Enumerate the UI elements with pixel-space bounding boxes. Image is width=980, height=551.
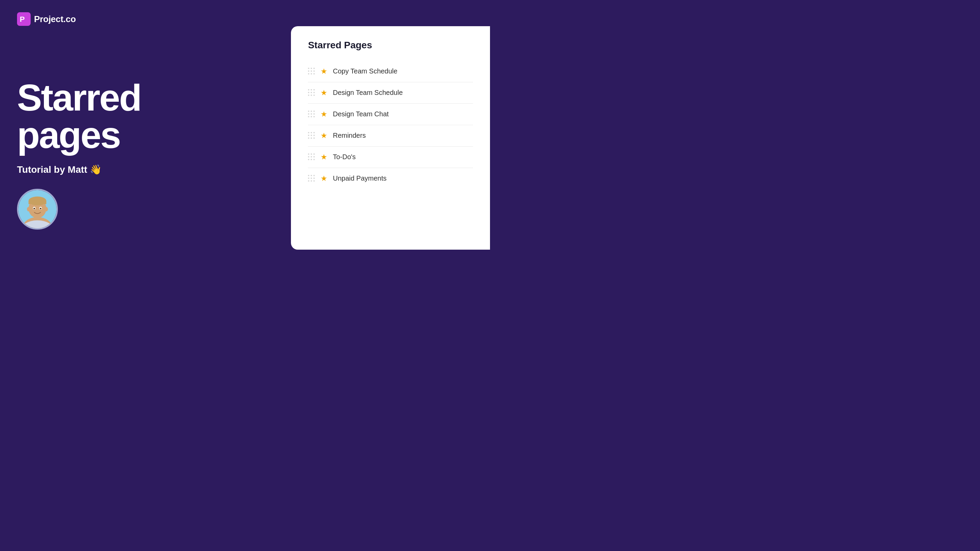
star-icon: ★ bbox=[321, 110, 327, 119]
star-icon: ★ bbox=[321, 67, 327, 76]
heading-line2: pages bbox=[17, 116, 267, 154]
right-panel: Starred Pages ★ Copy Team Schedule bbox=[284, 0, 490, 275]
item-label: To-Do's bbox=[333, 153, 356, 161]
item-label: Design Team Schedule bbox=[333, 89, 402, 97]
tutorial-text: Tutorial by Matt 👋 bbox=[17, 164, 267, 175]
page-container: P Project.co Starred pages Tutorial by M… bbox=[0, 0, 490, 275]
svg-point-10 bbox=[33, 208, 35, 209]
star-icon: ★ bbox=[321, 89, 327, 97]
logo-icon: P bbox=[17, 12, 30, 26]
drag-handle bbox=[308, 132, 315, 139]
starred-item[interactable]: ★ Design Team Schedule bbox=[308, 82, 473, 104]
main-heading: Starred pages Tutorial by Matt 👋 bbox=[17, 46, 267, 255]
item-label: Reminders bbox=[333, 132, 366, 140]
avatar bbox=[17, 189, 58, 230]
svg-point-12 bbox=[27, 207, 30, 211]
drag-handle bbox=[308, 89, 315, 96]
star-icon: ★ bbox=[321, 174, 327, 183]
left-panel: P Project.co Starred pages Tutorial by M… bbox=[0, 0, 284, 275]
svg-rect-7 bbox=[29, 201, 46, 204]
card-title: Starred Pages bbox=[308, 40, 473, 51]
starred-item[interactable]: ★ To-Do's bbox=[308, 147, 473, 168]
drag-handle bbox=[308, 111, 315, 118]
logo-text: Project.co bbox=[34, 14, 76, 24]
star-icon: ★ bbox=[321, 131, 327, 140]
svg-text:P: P bbox=[20, 15, 25, 24]
star-icon: ★ bbox=[321, 153, 327, 162]
avatar-illustration bbox=[18, 190, 56, 228]
item-label: Copy Team Schedule bbox=[333, 67, 398, 75]
svg-point-11 bbox=[40, 208, 41, 209]
item-label: Design Team Chat bbox=[333, 110, 388, 118]
heading-line1: Starred bbox=[17, 79, 267, 116]
drag-handle bbox=[308, 175, 315, 182]
starred-card: Starred Pages ★ Copy Team Schedule bbox=[291, 26, 490, 250]
drag-handle bbox=[308, 68, 315, 75]
item-label: Unpaid Payments bbox=[333, 175, 387, 182]
starred-item[interactable]: ★ Copy Team Schedule bbox=[308, 61, 473, 82]
starred-item[interactable]: ★ Unpaid Payments bbox=[308, 168, 473, 189]
svg-point-13 bbox=[45, 207, 48, 211]
starred-list: ★ Copy Team Schedule ★ Design Team Sched… bbox=[308, 61, 473, 236]
starred-item[interactable]: ★ Design Team Chat bbox=[308, 104, 473, 125]
drag-handle bbox=[308, 153, 315, 160]
starred-item[interactable]: ★ Reminders bbox=[308, 125, 473, 147]
logo-area: P Project.co bbox=[17, 12, 267, 26]
